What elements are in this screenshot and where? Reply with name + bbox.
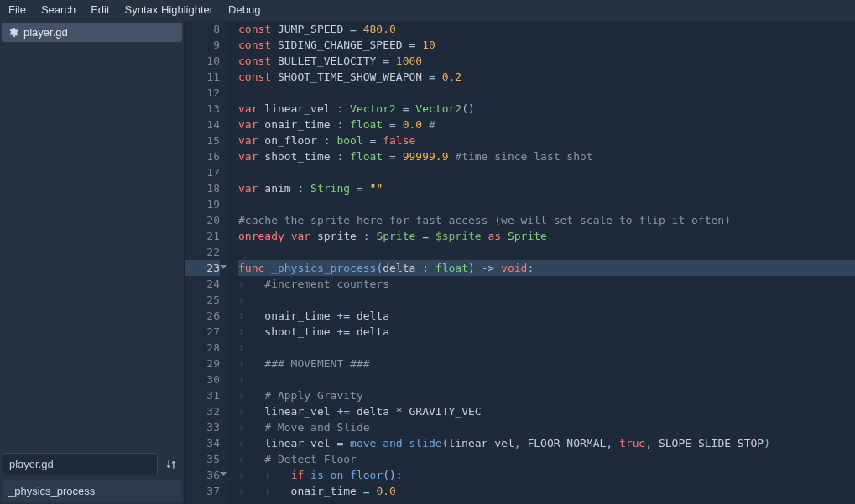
outline-item[interactable]: _physics_process	[2, 480, 182, 502]
outline-list[interactable]: _physics_process	[0, 478, 184, 504]
file-tree[interactable]: player.gd	[0, 21, 184, 450]
code-editor[interactable]: 8910111213141516171819202122232425262728…	[185, 21, 855, 504]
menu-syntax-highlighter[interactable]: Syntax Highlighter	[125, 3, 214, 16]
search-panel	[0, 450, 184, 478]
code-area[interactable]: const JUMP_SPEED = 480.0const SIDING_CHA…	[227, 21, 855, 504]
file-tree-item[interactable]: player.gd	[2, 23, 182, 42]
line-gutter: 8910111213141516171819202122232425262728…	[185, 21, 227, 504]
menubar: FileSearchEditSyntax HighlighterDebug	[0, 0, 855, 21]
menu-edit[interactable]: Edit	[91, 3, 109, 16]
sort-button[interactable]	[161, 455, 181, 475]
script-filter-input[interactable]	[3, 453, 158, 475]
menu-debug[interactable]: Debug	[228, 3, 260, 16]
menu-file[interactable]: File	[8, 3, 26, 16]
file-tree-item-label: player.gd	[23, 26, 68, 39]
main-area: player.gd _physics_process 8910111213141…	[0, 21, 855, 504]
gear-icon	[8, 27, 18, 38]
sidebar: player.gd _physics_process	[0, 21, 185, 504]
menu-search[interactable]: Search	[41, 3, 76, 16]
